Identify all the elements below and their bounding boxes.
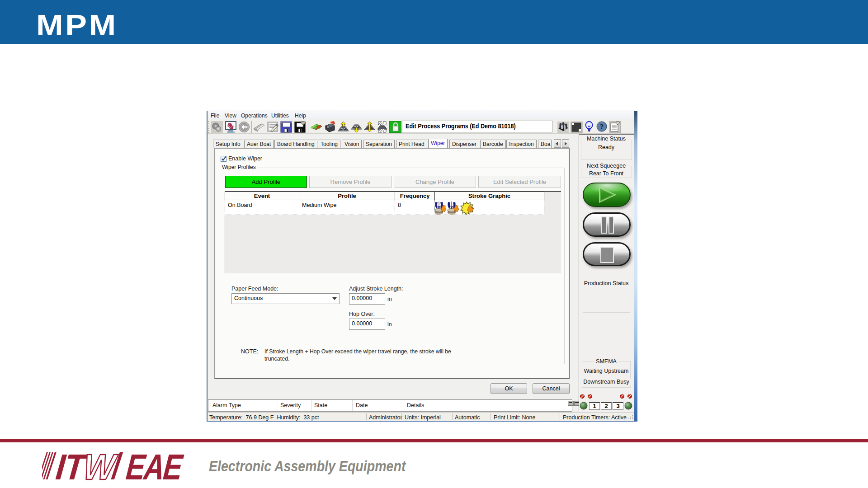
svg-text:?: ? — [600, 122, 604, 131]
svg-text:EAE: EAE — [124, 448, 185, 483]
